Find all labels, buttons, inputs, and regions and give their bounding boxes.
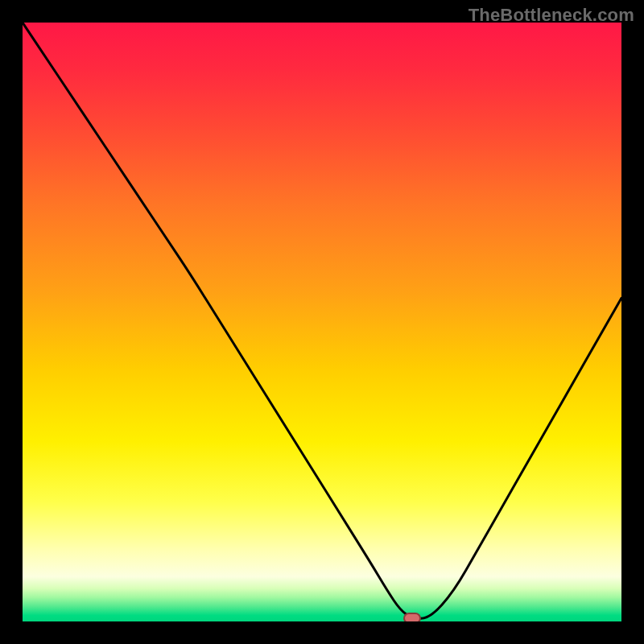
optimal-point-marker — [403, 613, 421, 621]
bottleneck-curve — [23, 23, 621, 621]
plot-area — [23, 23, 621, 621]
chart-frame: TheBottleneck.com — [0, 0, 644, 644]
watermark-text: TheBottleneck.com — [469, 5, 634, 26]
